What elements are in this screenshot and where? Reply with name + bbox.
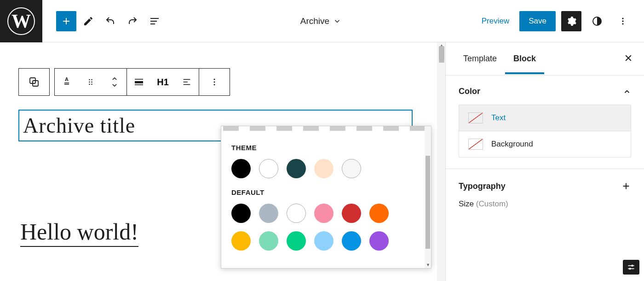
- list-icon: [149, 16, 160, 27]
- template-title[interactable]: Archive: [165, 16, 477, 26]
- parent-block-button[interactable]: [19, 68, 49, 96]
- wp-logo-button[interactable]: W: [0, 0, 42, 42]
- color-swatch[interactable]: [369, 231, 389, 251]
- group-icon: [29, 76, 40, 88]
- chevron-down-icon: [333, 17, 341, 25]
- svg-point-22: [214, 82, 215, 83]
- color-swatch[interactable]: [259, 159, 278, 178]
- heading-level-label: H1: [153, 77, 172, 88]
- color-swatch[interactable]: [342, 159, 361, 178]
- text-align-left-icon: [182, 77, 192, 87]
- text-color-label: Text: [491, 113, 506, 123]
- svg-point-1: [622, 18, 623, 19]
- svg-text:A: A: [65, 76, 69, 82]
- color-items: Text Background: [459, 105, 631, 158]
- save-button[interactable]: Save: [519, 11, 556, 31]
- chevron-up-icon[interactable]: [623, 88, 631, 96]
- heading-level-button[interactable]: H1: [151, 68, 175, 96]
- title-text: Archive: [300, 16, 329, 26]
- color-swatch[interactable]: [231, 231, 251, 251]
- color-swatch[interactable]: [314, 231, 334, 251]
- tab-block[interactable]: Block: [505, 44, 544, 74]
- pencil-icon: [83, 16, 94, 27]
- size-custom-toggle[interactable]: [623, 260, 639, 275]
- svg-rect-16: [135, 81, 143, 83]
- block-type-button[interactable]: A: [55, 68, 79, 96]
- color-picker-popover: ▼ THEME DEFAULT: [221, 126, 431, 269]
- theme-swatches: [221, 159, 431, 178]
- color-swatch[interactable]: [231, 204, 251, 223]
- block-more-button[interactable]: [199, 68, 230, 96]
- theme-section-label: THEME: [221, 131, 431, 159]
- drag-icon: [86, 77, 95, 87]
- preview-button[interactable]: Preview: [477, 17, 514, 26]
- default-swatches-row2: [221, 231, 431, 251]
- toolbar-left: [56, 11, 165, 31]
- kebab-icon: [210, 77, 219, 87]
- styles-button[interactable]: [587, 11, 607, 31]
- color-swatch[interactable]: [342, 204, 361, 223]
- color-swatch[interactable]: [259, 231, 278, 251]
- text-color-indicator: [468, 112, 483, 123]
- popover-scrollbar-thumb[interactable]: [426, 156, 430, 249]
- list-view-button[interactable]: [144, 11, 165, 31]
- color-item-text[interactable]: Text: [459, 105, 631, 131]
- undo-icon: [105, 16, 116, 27]
- svg-point-13: [89, 84, 90, 85]
- tab-template[interactable]: Template: [455, 44, 505, 74]
- background-color-label: Background: [491, 140, 533, 149]
- plus-icon[interactable]: [621, 181, 631, 191]
- close-sidebar-button[interactable]: [624, 53, 633, 65]
- size-value: (Custom): [476, 199, 508, 208]
- svg-point-21: [214, 79, 215, 80]
- size-label: Size: [459, 199, 474, 208]
- color-swatch[interactable]: [314, 159, 334, 178]
- color-section: Color Text Background: [446, 76, 644, 169]
- settings-sidebar: Template Block Color Text Background: [445, 42, 644, 281]
- color-swatch[interactable]: [369, 204, 389, 223]
- drag-handle[interactable]: [79, 68, 103, 96]
- editor-scrollbar[interactable]: ▲: [437, 42, 445, 281]
- post-title-link[interactable]: Hello world!: [20, 218, 138, 247]
- block-toolbar: A H1: [18, 68, 427, 96]
- scrollbar-thumb[interactable]: [439, 46, 444, 63]
- color-swatch[interactable]: [287, 231, 306, 251]
- close-icon: [624, 53, 633, 63]
- undo-button[interactable]: [100, 11, 121, 31]
- toolbar-right: Preview Save: [477, 11, 633, 31]
- add-block-button[interactable]: [56, 11, 76, 31]
- typography-section-header: Typography: [446, 169, 644, 196]
- popover-drag-handle[interactable]: [223, 126, 429, 131]
- svg-point-25: [631, 265, 633, 267]
- more-menu-button[interactable]: [613, 11, 633, 31]
- align-button[interactable]: [127, 68, 151, 96]
- default-section-label: DEFAULT: [221, 178, 431, 204]
- color-swatch[interactable]: [287, 159, 306, 178]
- wordpress-icon: W: [7, 7, 35, 35]
- svg-point-23: [214, 84, 215, 85]
- color-item-background[interactable]: Background: [459, 131, 631, 157]
- settings-button[interactable]: [561, 11, 581, 31]
- color-swatch[interactable]: [231, 159, 251, 178]
- move-up-down-button[interactable]: [103, 68, 126, 96]
- block-tools-group: A H1: [54, 68, 230, 96]
- archive-title-icon: A: [61, 76, 72, 88]
- color-swatch[interactable]: [259, 204, 278, 223]
- font-size-row[interactable]: Size (Custom): [446, 196, 644, 212]
- svg-point-12: [91, 82, 92, 83]
- edit-button[interactable]: [78, 11, 98, 31]
- svg-point-3: [622, 23, 623, 24]
- color-swatch[interactable]: [342, 231, 361, 251]
- top-bar: W Archive Preview Save: [0, 0, 644, 42]
- text-align-button[interactable]: [175, 68, 199, 96]
- plus-icon: [61, 16, 72, 27]
- redo-button[interactable]: [122, 11, 143, 31]
- color-swatch[interactable]: [287, 204, 306, 223]
- editor-canvas[interactable]: ▲ A: [0, 42, 445, 281]
- redo-icon: [127, 16, 138, 27]
- popover-scrollbar[interactable]: ▼: [425, 126, 431, 268]
- svg-point-14: [91, 84, 92, 85]
- parent-block-group: [18, 68, 50, 96]
- color-swatch[interactable]: [314, 204, 334, 223]
- background-color-indicator: [468, 139, 483, 150]
